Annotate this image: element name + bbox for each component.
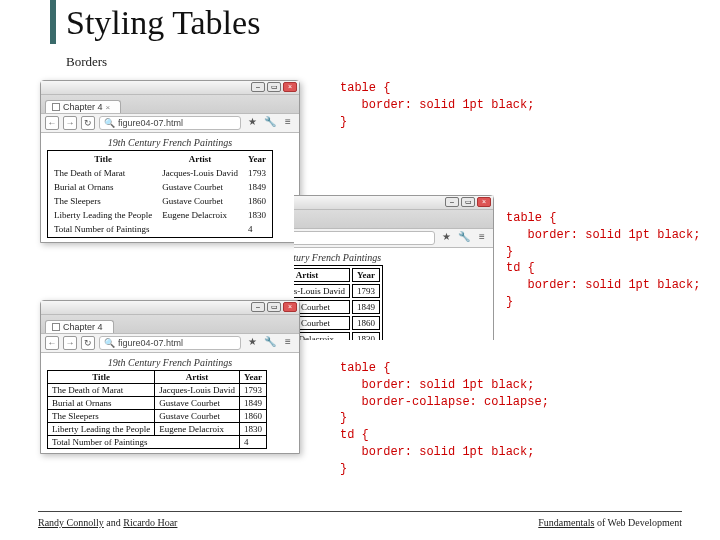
table-row: Liberty Leading the PeopleEugene Delacro… — [294, 332, 380, 340]
page-icon — [52, 103, 60, 111]
minimize-icon[interactable]: – — [251, 302, 265, 312]
menu-icon[interactable]: ≡ — [475, 231, 489, 245]
author-sep: and — [104, 517, 123, 528]
code-snippet-2: table { border: solid 1pt black; } td { … — [506, 210, 700, 311]
star-icon[interactable]: ★ — [439, 231, 453, 245]
paintings-table: TitleArtistYearThe Death of MaratJacques… — [294, 265, 383, 340]
cell-artist: Jacques-Louis David — [158, 167, 242, 179]
page-icon — [52, 323, 60, 331]
cell-artist: Eugene Delacroix — [294, 332, 350, 340]
window-titlebar: – ▭ × — [41, 301, 299, 315]
reload-icon[interactable]: ↻ — [81, 336, 95, 350]
window-titlebar: – ▭ × — [294, 196, 493, 210]
star-icon[interactable]: ★ — [245, 336, 259, 350]
close-icon[interactable]: × — [283, 302, 297, 312]
page-content: 19th Century French Paintings TitleArtis… — [294, 248, 493, 340]
cell-artist: Jacques-Louis David — [155, 384, 240, 397]
page-content: 19th Century French Paintings TitleArtis… — [41, 133, 299, 242]
cell-year: 1793 — [244, 167, 270, 179]
footer-label: Total Number of Paintings — [50, 223, 242, 235]
close-icon[interactable]: × — [283, 82, 297, 92]
cell-year: 1830 — [244, 209, 270, 221]
back-icon[interactable]: ← — [45, 116, 59, 130]
minimize-icon[interactable]: – — [445, 197, 459, 207]
maximize-icon[interactable]: ▭ — [267, 302, 281, 312]
cell-year: 1849 — [352, 300, 380, 314]
footer-authors: Randy Connolly and Ricardo Hoar — [38, 517, 177, 528]
wrench-icon[interactable]: 🔧 — [263, 116, 277, 130]
cell-artist: Gustave Courbet — [158, 181, 242, 193]
col-year: Year — [244, 153, 270, 165]
cell-title: The Sleepers — [48, 410, 155, 423]
url-text: figure04-07.html — [118, 338, 183, 348]
cell-title: The Death of Marat — [50, 167, 156, 179]
cell-year: 1793 — [352, 284, 380, 298]
footer-divider — [38, 511, 682, 512]
table-caption: 19th Century French Paintings — [47, 137, 293, 148]
cell-year: 1849 — [244, 181, 270, 193]
maximize-icon[interactable]: ▭ — [461, 197, 475, 207]
author-2: Ricardo Hoar — [123, 517, 177, 528]
menu-icon[interactable]: ≡ — [281, 116, 295, 130]
tab-close-icon[interactable]: × — [106, 103, 111, 112]
url-field[interactable]: figure04-07.html — [294, 231, 435, 245]
cell-year: 1849 — [239, 397, 266, 410]
paintings-table: TitleArtistYearThe Death of MaratJacques… — [47, 150, 273, 238]
url-text: figure04-07.html — [118, 118, 183, 128]
wrench-icon[interactable]: 🔧 — [457, 231, 471, 245]
cell-artist: Gustave Courbet — [294, 316, 350, 330]
cell-title: The Sleepers — [50, 195, 156, 207]
search-icon: 🔍 — [104, 338, 115, 348]
cell-title: Liberty Leading the People — [48, 423, 155, 436]
address-bar: ← → ↻ 🔍 figure04-07.html ★ 🔧 ≡ — [41, 113, 299, 133]
url-field[interactable]: 🔍 figure04-07.html — [99, 116, 241, 130]
tab-label: Chapter 4 — [63, 322, 103, 332]
table-row: Burial at OrnansGustave Courbet1849 — [48, 397, 267, 410]
forward-icon[interactable]: → — [63, 336, 77, 350]
reload-icon[interactable]: ↻ — [81, 116, 95, 130]
browser-window-2: – ▭ × figure04-07.html ★ 🔧 ≡ 19th Centur… — [294, 195, 494, 340]
browser-tab[interactable]: Chapter 4 — [45, 320, 114, 333]
footer-value: 4 — [244, 223, 270, 235]
url-field[interactable]: 🔍 figure04-07.html — [99, 336, 241, 350]
maximize-icon[interactable]: ▭ — [267, 82, 281, 92]
tab-row: Chapter 4 — [41, 315, 299, 333]
table-row: The SleepersGustave Courbet1860 — [294, 316, 380, 330]
footer-book: Fundamentals of Web Development — [538, 517, 682, 528]
menu-icon[interactable]: ≡ — [281, 336, 295, 350]
cell-year: 1860 — [244, 195, 270, 207]
author-1: Randy Connolly — [38, 517, 104, 528]
cell-year: 1860 — [352, 316, 380, 330]
cell-title: Burial at Ornans — [48, 397, 155, 410]
slide-body: – ▭ × Chapter 4 × ← → ↻ 🔍 figure04-07.ht… — [40, 80, 690, 495]
back-icon[interactable]: ← — [45, 336, 59, 350]
book-word: Fundamentals — [538, 517, 594, 528]
col-year: Year — [352, 268, 380, 282]
table-row: The Death of MaratJacques-Louis David179… — [48, 384, 267, 397]
code-snippet-3: table { border: solid 1pt black; border-… — [340, 360, 549, 478]
table-row: The Death of MaratJacques-Louis David179… — [50, 167, 270, 179]
table-header-row: TitleArtistYear — [48, 371, 267, 384]
forward-icon[interactable]: → — [63, 116, 77, 130]
browser-tab[interactable]: Chapter 4 × — [45, 100, 121, 113]
star-icon[interactable]: ★ — [245, 116, 259, 130]
page-content: 19th Century French Paintings TitleArtis… — [41, 353, 299, 453]
cell-artist: Jacques-Louis David — [294, 284, 350, 298]
table-row: Liberty Leading the PeopleEugene Delacro… — [48, 423, 267, 436]
cell-artist: Gustave Courbet — [155, 410, 240, 423]
tab-label: Chapter 4 — [63, 102, 103, 112]
minimize-icon[interactable]: – — [251, 82, 265, 92]
col-artist: Artist — [158, 153, 242, 165]
col-year: Year — [239, 371, 266, 384]
table-row: The SleepersGustave Courbet1860 — [48, 410, 267, 423]
col-artist: Artist — [155, 371, 240, 384]
wrench-icon[interactable]: 🔧 — [263, 336, 277, 350]
cell-year: 1860 — [239, 410, 266, 423]
close-icon[interactable]: × — [477, 197, 491, 207]
table-footer-row: Total Number of Paintings4 — [50, 223, 270, 235]
cell-year: 1830 — [239, 423, 266, 436]
slide-title: Styling Tables — [66, 4, 260, 42]
browser-window-3: – ▭ × Chapter 4 ← → ↻ 🔍 figure04-07.html… — [40, 300, 300, 454]
table-header-row: TitleArtistYear — [50, 153, 270, 165]
table-row: Burial at OrnansGustave Courbet1849 — [294, 300, 380, 314]
